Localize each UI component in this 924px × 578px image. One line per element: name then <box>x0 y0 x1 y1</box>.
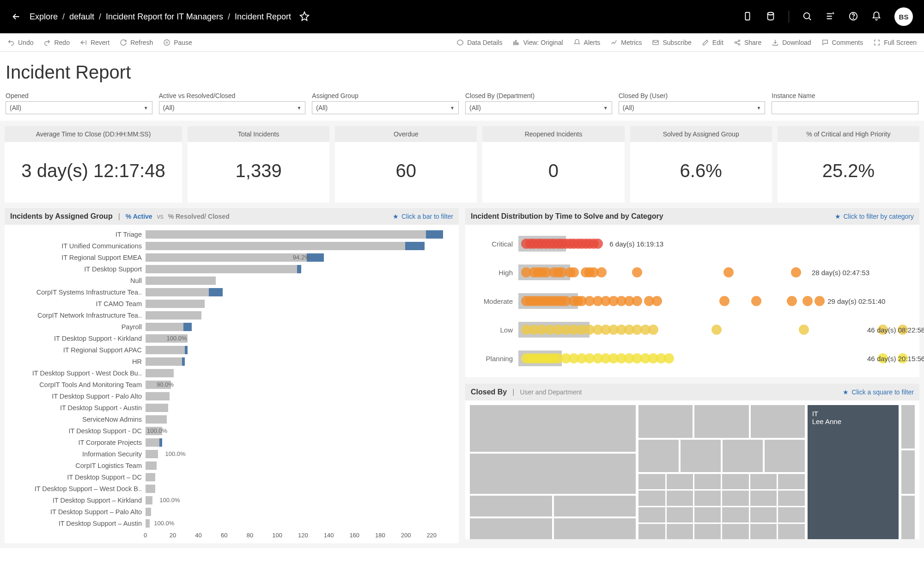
fullscreen-button[interactable]: Full Screen <box>873 39 917 46</box>
treemap-cell[interactable] <box>638 491 665 506</box>
bar-row[interactable]: CorpIT Systems Infrastructure Tea.. <box>9 286 454 298</box>
treemap-cell[interactable] <box>554 496 636 517</box>
bar-row[interactable]: IT Regional Support EMEA94.2% <box>9 252 454 263</box>
bar-resolved-segment[interactable] <box>146 357 182 366</box>
bar-row[interactable]: Information Security100.0% <box>9 448 454 460</box>
bar-resolved-segment[interactable] <box>146 473 155 481</box>
crumb-default[interactable]: default <box>69 12 94 22</box>
treemap-cell[interactable] <box>778 491 804 506</box>
dist-dot[interactable] <box>632 296 642 306</box>
kpi-total[interactable]: Total Incidents1,339 <box>188 126 329 203</box>
treemap-cell[interactable] <box>470 454 636 494</box>
filter-hint[interactable]: ★Click to filter by category <box>835 213 914 220</box>
bar-resolved-segment[interactable] <box>146 369 174 377</box>
bar-row[interactable]: IT Regional Support APAC <box>9 344 454 356</box>
filter-select-dept[interactable]: (All)▼ <box>465 101 612 114</box>
kpi-priority[interactable]: % of Critical and High Priority25.2% <box>778 126 919 203</box>
bar-resolved-segment[interactable] <box>146 519 150 528</box>
treemap-cell[interactable] <box>750 491 777 506</box>
dist-dot[interactable] <box>719 296 729 306</box>
data-details-button[interactable]: Data Details <box>456 39 502 46</box>
bar-row[interactable]: HR <box>9 356 454 367</box>
treemap-cell[interactable] <box>638 507 665 523</box>
bar-active-segment[interactable] <box>183 323 192 331</box>
bar-active-segment[interactable] <box>405 242 425 250</box>
bar-resolved-segment[interactable] <box>146 461 157 470</box>
redo-button[interactable]: Redo <box>43 39 69 46</box>
bar-resolved-segment[interactable] <box>146 496 152 504</box>
bar-row[interactable]: IT Desktop Support - DC100.0% <box>9 425 454 437</box>
bar-resolved-segment[interactable] <box>146 277 216 285</box>
metrics-button[interactable]: Metrics <box>610 39 642 46</box>
bar-resolved-segment[interactable] <box>146 450 158 458</box>
bar-row[interactable]: IT Unified Communications <box>9 240 454 252</box>
user-avatar[interactable]: BS <box>894 7 913 26</box>
treemap-cell[interactable] <box>470 496 552 517</box>
bar-active-segment[interactable] <box>297 265 301 273</box>
bar-row[interactable]: IT Desktop Support – West Dock B.. <box>9 483 454 494</box>
bar-row[interactable]: ServiceNow Admins <box>9 413 454 425</box>
dist-dot[interactable] <box>802 296 813 306</box>
dist-row[interactable]: Planning46 day(s) 20:15:56 <box>470 344 915 373</box>
treemap-cell[interactable] <box>901 450 915 494</box>
bar-resolved-segment[interactable] <box>146 230 426 239</box>
device-preview-icon[interactable] <box>742 11 753 23</box>
kpi-avg-time[interactable]: Average Time to Close (DD:HH:MM:SS)3 day… <box>5 126 182 203</box>
treemap-cell[interactable] <box>638 474 665 489</box>
treemap-cell[interactable] <box>722 491 748 506</box>
bar-row[interactable]: IT Corporate Projects <box>9 437 454 448</box>
filter-hint[interactable]: ★Click a bar to filter <box>393 213 453 220</box>
treemap-cell[interactable] <box>778 474 804 489</box>
bar-row[interactable]: IT Triage <box>9 228 454 240</box>
bar-row[interactable]: IT Desktop Support – DC <box>9 471 454 483</box>
bar-active-segment[interactable] <box>182 357 185 366</box>
filter-input-instance[interactable] <box>772 101 918 114</box>
kpi-reopened[interactable]: Reopened Incidents0 <box>482 126 624 203</box>
bar-row[interactable]: IT Desktop Support - Austin <box>9 402 454 413</box>
treemap-cell[interactable] <box>470 405 636 452</box>
notifications-icon[interactable] <box>871 11 881 23</box>
bar-active-segment[interactable] <box>159 438 162 447</box>
dist-row[interactable]: Low46 day(s) 08:22:58 <box>470 315 915 344</box>
view-button[interactable]: View: Original <box>512 39 563 46</box>
treemap-cell[interactable] <box>667 507 693 523</box>
bar-row[interactable]: IT Desktop Support – Palo Alto <box>9 506 454 517</box>
dist-row[interactable]: Critical6 day(s) 16:19:13 <box>470 229 915 258</box>
bar-row[interactable]: Null <box>9 275 454 286</box>
bar-row[interactable]: IT Desktop Support <box>9 263 454 275</box>
list-icon[interactable] <box>825 11 835 23</box>
treemap-cell[interactable] <box>778 507 804 523</box>
bar-resolved-segment[interactable] <box>146 311 201 320</box>
refresh-button[interactable]: Refresh <box>120 39 153 46</box>
bar-row[interactable]: IT Desktop Support - Palo Alto <box>9 390 454 402</box>
treemap-cell[interactable] <box>723 440 763 473</box>
filter-select-group[interactable]: (All)▼ <box>312 101 459 114</box>
dist-dot[interactable] <box>723 267 734 277</box>
dist-dot[interactable] <box>751 296 761 306</box>
dist-dot[interactable] <box>664 353 674 363</box>
treemap-cell[interactable] <box>750 524 777 539</box>
treemap-cell[interactable] <box>694 474 721 489</box>
filter-select-opened[interactable]: (All)▼ <box>6 101 152 114</box>
treemap-cell[interactable] <box>765 440 805 473</box>
dist-dot[interactable] <box>596 267 607 277</box>
dist-dot[interactable] <box>787 296 797 306</box>
dist-dot[interactable] <box>711 325 722 335</box>
treemap-cell[interactable] <box>694 491 721 506</box>
undo-button[interactable]: Undo <box>7 39 33 46</box>
treemap-cell[interactable] <box>667 474 693 489</box>
bar-resolved-segment[interactable] <box>146 265 297 273</box>
back-arrow-icon[interactable] <box>11 12 21 22</box>
dist-dot[interactable] <box>569 267 579 277</box>
download-button[interactable]: Download <box>772 39 811 46</box>
bar-active-segment[interactable] <box>426 230 443 239</box>
filter-select-active[interactable]: (All)▼ <box>159 101 306 114</box>
alerts-button[interactable]: Alerts <box>573 39 601 46</box>
crumb-explore[interactable]: Explore <box>30 12 58 22</box>
treemap-cell[interactable] <box>554 518 636 539</box>
data-source-icon[interactable] <box>766 11 776 23</box>
bar-row[interactable]: CorpIT Network Infrastructure Tea.. <box>9 309 454 321</box>
edit-button[interactable]: Edit <box>702 39 723 46</box>
search-icon[interactable] <box>802 11 812 23</box>
kpi-overdue[interactable]: Overdue60 <box>335 126 477 203</box>
